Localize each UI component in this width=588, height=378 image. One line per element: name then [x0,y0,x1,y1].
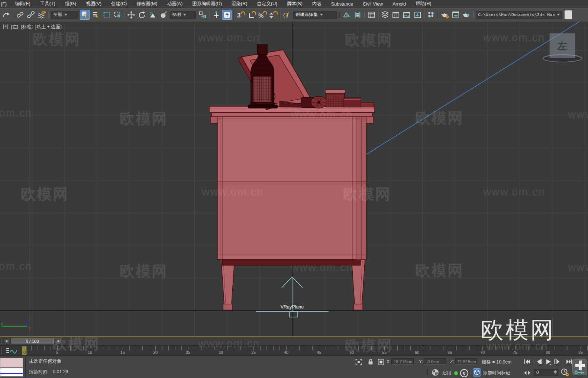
key-mode-toggle[interactable] [523,370,532,377]
listener-caret [0,373,23,374]
redo-icon[interactable] [1,10,11,20]
menu-rendering[interactable]: 渲染(R) [227,0,252,8]
named-selection-set-dropdown[interactable]: 创建选择集 [293,11,337,19]
adaptive-degradation-icon[interactable] [431,368,439,378]
menu-file[interactable]: (F) [0,0,10,8]
menu-help[interactable]: 帮助(H) [411,0,436,8]
viewport-general-menu[interactable]: [+] [3,24,8,30]
menu-tools[interactable]: 工具(T) [35,0,60,8]
svg-text:3: 3 [237,12,240,19]
menu-content[interactable]: 内容 [307,0,326,8]
bind-spacewarp-icon[interactable] [36,10,46,20]
menu-substance[interactable]: Substance [326,0,358,8]
z-coord-field[interactable]: 71.515cm [455,358,477,365]
toolbar-separator [124,10,125,19]
viewport-shading-menu[interactable]: [粘土 + 边面] [35,24,62,30]
absolute-mode-icon[interactable] [377,358,385,367]
menu-customize[interactable]: 自定义(U) [252,0,282,8]
use-pivot-center-button[interactable] [197,10,207,20]
workspace-icon[interactable] [565,10,572,19]
toolbar-separator [339,10,340,19]
render-setup-icon[interactable] [440,10,450,20]
project-folder-dropdown[interactable]: C:\Users\Han\Documents\3ds Max 2022 [476,11,562,19]
vrayplane-gizmo[interactable] [256,277,329,317]
project-folder-value: C:\Users\Han\Documents\3ds Max 2022 [478,12,555,17]
time-configuration-icon[interactable] [560,368,569,378]
decor-items[interactable] [238,45,374,110]
select-object-button[interactable] [80,10,90,20]
chevron-down-icon [64,14,67,16]
select-place-button[interactable] [158,10,168,20]
selection-filter-dropdown[interactable]: 全部 [51,11,78,19]
time-slider[interactable]: 0 / 100 [10,338,54,344]
mirror-icon[interactable] [342,10,352,20]
previous-frame-button[interactable] [4,338,9,344]
menu-animation[interactable]: 动画(A) [162,0,187,8]
3dsmax-window: (F) 编辑(E) 工具(T) 组(G) 视图(V) 创建(C) 修改器(M) … [0,0,588,378]
go-to-start-button[interactable] [523,357,532,366]
current-frame-field[interactable]: 0 [534,369,558,376]
menu-edit[interactable]: 编辑(E) [10,0,35,8]
menu-civil-view[interactable]: Civil View [358,0,388,8]
menu-graph-editors[interactable]: 图形编辑器(D) [187,0,227,8]
viewcube-face-label[interactable]: 左 [557,41,568,52]
menu-arnold[interactable]: Arnold [388,0,411,8]
time-tag-cube-icon[interactable] [473,368,481,377]
menu-scripting[interactable]: 脚本(S) [282,0,307,8]
previous-frame-button[interactable] [534,357,543,366]
select-rotate-button[interactable] [137,10,147,20]
menu-views[interactable]: 视图(V) [81,0,106,8]
edit-named-selections-icon[interactable]: { } [282,10,292,20]
add-time-tag[interactable]: 添加时间标记 [483,370,510,376]
viewport-pov-menu[interactable]: [左] [11,24,18,30]
viewport-canvas[interactable]: VRayPlane y z x 左 [0,22,588,336]
x-coord-field[interactable]: 18.716cm [391,358,414,365]
track-bar[interactable]: 0 5 10 15 20 25 30 35 40 45 50 55 60 65 … [0,345,588,355]
maxscript-macro-recorder[interactable] [0,358,23,368]
layer-explorer-icon[interactable] [380,10,390,20]
spinner-arrows[interactable] [554,370,557,374]
link-icon[interactable] [15,10,25,20]
snap-3d-icon[interactable]: 3 [236,10,246,20]
spinner-snap-icon[interactable] [268,10,278,20]
light-target-line[interactable] [366,22,579,154]
schematic-view-icon[interactable] [412,10,422,20]
select-by-name-button[interactable] [91,10,101,20]
angle-snap-icon[interactable] [246,10,256,20]
rectangular-region-button[interactable] [101,10,112,20]
curve-editor-icon[interactable] [401,10,411,20]
menu-group[interactable]: 组(G) [60,0,81,8]
menu-modifiers[interactable]: 修改器(M) [132,0,162,8]
degradation-count-badge[interactable]: 0 [460,369,468,377]
next-frame-button[interactable] [553,357,562,366]
isolate-selection-icon[interactable] [355,358,363,367]
drag-handle[interactable] [1,347,3,354]
next-frame-button[interactable] [56,338,61,344]
window-crossing-button[interactable] [112,10,122,20]
select-scale-button[interactable] [148,10,158,20]
set-keys-button[interactable] [572,359,587,375]
selection-lock-icon[interactable] [366,358,375,367]
ribbon-toggle-icon[interactable] [391,10,401,20]
align-icon[interactable] [352,10,362,20]
prompt-line: 渲染时间 0:01:23 [29,369,68,375]
rendered-frame-window-icon[interactable] [450,10,461,20]
percent-snap-icon[interactable]: % [257,10,267,20]
select-manipulate-button[interactable] [211,10,221,20]
mini-curve-editor-icon[interactable] [6,348,18,355]
viewport-left[interactable]: [+] [左] [标准] [粘土 + 边面] [0,22,588,336]
scene-explorer-icon[interactable] [366,10,376,20]
select-move-button[interactable] [126,10,136,20]
y-coord-field[interactable]: -0.0cm [424,358,446,365]
maxscript-mini-listener[interactable] [0,368,23,377]
unlink-icon[interactable] [26,10,36,20]
viewport-standard-menu[interactable]: [标准] [21,24,33,30]
render-production-icon[interactable] [461,10,471,20]
drag-handle[interactable] [1,338,3,344]
menu-create[interactable]: 创建(C) [106,0,132,8]
material-editor-icon[interactable] [426,10,436,20]
snaps-toggle-button[interactable] [222,10,232,20]
ruler-label: 30 [219,350,223,355]
play-button[interactable] [544,357,553,366]
reference-coordsys-dropdown[interactable]: 视图 [170,11,196,19]
